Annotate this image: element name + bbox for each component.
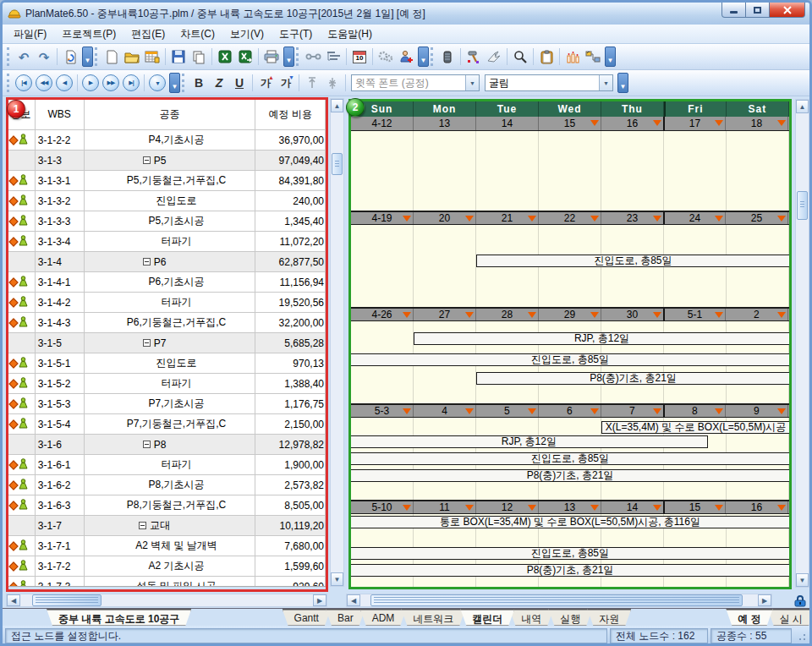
- menu-view[interactable]: 보기(V): [222, 25, 272, 44]
- date-cell[interactable]: 20: [414, 212, 476, 224]
- task-bar[interactable]: 통로 BOX(L=35,4M) 및 수로 BOX(L=50,5M)시공, 총11…: [351, 516, 789, 528]
- date-cell[interactable]: 4-26: [351, 309, 414, 320]
- date-dropdown-triangle-icon[interactable]: [465, 408, 474, 414]
- task-bar[interactable]: 진입도로, 총85일: [476, 255, 789, 267]
- date-dropdown-triangle-icon[interactable]: [653, 216, 661, 222]
- table-row[interactable]: 3-1-4P662,877,50: [7, 252, 326, 272]
- date-dropdown-triangle-icon[interactable]: [777, 505, 786, 511]
- collapse-icon[interactable]: [143, 258, 151, 266]
- scroll-thumb[interactable]: [370, 594, 743, 606]
- scroll-track[interactable]: [360, 594, 758, 606]
- date-dropdown-triangle-icon[interactable]: [777, 120, 786, 126]
- date-cell[interactable]: 9: [726, 405, 788, 417]
- cost-cell[interactable]: 97,049,40: [255, 151, 326, 170]
- date-cell[interactable]: 2: [726, 309, 788, 320]
- nav-next-button[interactable]: ▶: [82, 74, 99, 91]
- task-cell[interactable]: P8,기둥철근,거푸집,C: [85, 495, 256, 515]
- underline-button[interactable]: U: [229, 73, 250, 93]
- date-dropdown-triangle-icon[interactable]: [528, 408, 536, 414]
- table-row[interactable]: 3-1-6P812,978,82: [7, 435, 326, 455]
- table-row[interactable]: 3-1-3-3P5,기초시공1,345,40: [7, 211, 326, 232]
- scroll-thumb[interactable]: [797, 191, 808, 220]
- minimize-button[interactable]: [721, 3, 746, 18]
- cost-cell[interactable]: 2,150,00: [255, 414, 326, 434]
- menu-edit[interactable]: 편집(E): [123, 25, 173, 44]
- calendar-cell[interactable]: [476, 131, 539, 211]
- histogram-button[interactable]: [562, 47, 583, 67]
- task-cell[interactable]: P7,기둥철근,거푸집,C: [85, 414, 256, 434]
- cost-cell[interactable]: 2,573,82: [255, 475, 326, 495]
- date-dropdown-triangle-icon[interactable]: [590, 408, 599, 414]
- date-dropdown-triangle-icon[interactable]: [777, 216, 786, 222]
- view-tab-캘린더[interactable]: 캘린더: [460, 609, 514, 626]
- task-bar[interactable]: 진입도로, 총85일: [351, 547, 789, 560]
- task-cell[interactable]: 교대: [85, 516, 256, 535]
- task-cell[interactable]: P5: [85, 151, 256, 170]
- date-cell[interactable]: 12: [476, 501, 539, 513]
- copy-button[interactable]: [189, 47, 209, 67]
- outline-button[interactable]: [323, 47, 343, 67]
- date-dropdown-triangle-icon[interactable]: [653, 120, 661, 126]
- database-button[interactable]: [437, 47, 458, 67]
- date-cell[interactable]: 7: [601, 405, 664, 417]
- date-cell[interactable]: 14: [601, 501, 664, 513]
- scroll-left-button[interactable]: ◀: [7, 594, 20, 606]
- scroll-right-button[interactable]: ▶: [758, 594, 771, 606]
- scroll-track[interactable]: [331, 112, 343, 572]
- wbs-cell[interactable]: 3-1-7-2: [36, 556, 85, 576]
- cost-cell[interactable]: 36,970,00: [255, 130, 326, 150]
- table-row[interactable]: 3-1-5-4P7,기둥철근,거푸집,C2,150,00: [7, 414, 326, 435]
- cost-cell[interactable]: 5,685,28: [255, 333, 326, 353]
- mode-tab[interactable]: 실 시: [768, 609, 812, 626]
- wbs-cell[interactable]: 3-1-3-3: [36, 211, 85, 231]
- date-cell[interactable]: 13: [539, 501, 601, 513]
- date-cell[interactable]: 16: [601, 117, 664, 130]
- date-cell[interactable]: 16: [726, 501, 788, 513]
- cost-cell[interactable]: 1,388,40: [255, 374, 326, 393]
- clipboard-button[interactable]: [536, 47, 557, 67]
- wbs-cell[interactable]: 3-1-5-3: [36, 394, 85, 413]
- task-bar[interactable]: 진입도로, 총85일: [351, 353, 789, 366]
- scroll-thumb[interactable]: [32, 594, 102, 606]
- date-cell[interactable]: 14: [476, 117, 539, 130]
- nav-expand-button[interactable]: ▼: [149, 74, 166, 91]
- cost-cell[interactable]: 1,900,00: [255, 455, 326, 474]
- cost-cell[interactable]: 1,599,60: [255, 556, 326, 576]
- menu-file[interactable]: 파일(F): [6, 25, 54, 44]
- cost-cell[interactable]: 12,978,82: [255, 435, 326, 454]
- table-row[interactable]: 3-1-7-2A2 기초시공1,599,60: [7, 556, 326, 577]
- wbs-cell[interactable]: 3-1-5-4: [36, 414, 85, 434]
- table-row[interactable]: 3-1-4-1P6,기초시공11,156,94: [7, 272, 326, 293]
- wbs-cell[interactable]: 3-1-4: [36, 252, 85, 271]
- wbs-cell[interactable]: 3-1-3-4: [36, 232, 85, 251]
- toolbar-grip[interactable]: [296, 47, 300, 66]
- scroll-down-button[interactable]: ▼: [331, 572, 343, 586]
- collapse-icon[interactable]: [139, 522, 146, 529]
- date-dropdown-triangle-icon[interactable]: [528, 216, 536, 222]
- task-cell[interactable]: 터파기: [85, 455, 256, 474]
- font-target-combo[interactable]: 윗쪽 폰트 (공정) ▼: [351, 74, 480, 91]
- date-dropdown-triangle-icon[interactable]: [403, 408, 411, 414]
- scroll-left-button[interactable]: ◀: [347, 594, 360, 606]
- date-dropdown-triangle-icon[interactable]: [715, 312, 723, 318]
- date-dropdown-triangle-icon[interactable]: [715, 120, 723, 126]
- date-dropdown-triangle-icon[interactable]: [403, 312, 411, 318]
- wbs-cell[interactable]: 3-1-6-2: [36, 475, 85, 495]
- date-cell[interactable]: 5: [476, 405, 539, 417]
- date-cell[interactable]: 30: [601, 309, 664, 320]
- table-row[interactable]: 3-1-5-3P7,기초시공1,176,75: [7, 394, 326, 414]
- menu-chart[interactable]: 차트(C): [173, 25, 222, 44]
- date-cell[interactable]: 25: [726, 212, 788, 224]
- scroll-thumb[interactable]: [332, 153, 343, 175]
- calendar-cell[interactable]: [601, 131, 664, 211]
- view-tab-gantt[interactable]: Gantt: [283, 609, 331, 626]
- task-cell[interactable]: 설동 및 파일 시공: [85, 577, 256, 587]
- view-tab-adm[interactable]: ADM: [360, 609, 407, 626]
- combo-arrow-icon[interactable]: ▼: [599, 75, 612, 90]
- open-file-button[interactable]: [122, 47, 142, 67]
- task-bar[interactable]: P8(충)기초, 총21일: [476, 372, 789, 385]
- lock-icon[interactable]: [793, 594, 808, 608]
- date-cell[interactable]: 5-10: [351, 501, 414, 513]
- task-cell[interactable]: 터파기: [85, 374, 256, 393]
- toolbar-grip[interactable]: [7, 47, 11, 66]
